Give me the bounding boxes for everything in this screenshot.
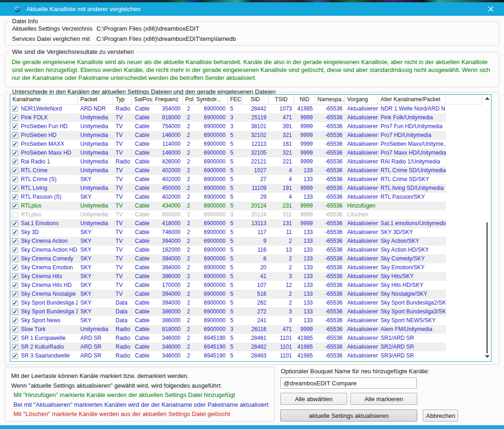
row-checkbox-checked[interactable]: ✓ bbox=[12, 273, 18, 280]
scroll-up-icon[interactable] bbox=[485, 97, 490, 100]
cell-spacer bbox=[446, 290, 482, 299]
column-header-nid[interactable]: NID bbox=[294, 95, 315, 104]
column-header-tsid[interactable]: TSID bbox=[269, 95, 294, 104]
table-row[interactable]: ✓SR 1 EuropawelleARD SRRadioCable3460002… bbox=[10, 334, 482, 343]
column-header-namespa[interactable]: Namespa... bbox=[315, 95, 345, 104]
table-row[interactable]: ✓RTLplusUnitymediaTVCable434000269000005… bbox=[10, 202, 482, 210]
table-row[interactable]: RTLplusUnitymediaTVCable8500002690000032… bbox=[10, 210, 482, 219]
cell-vorgang: Aktualisieren bbox=[345, 299, 378, 307]
cell-fec: 5 bbox=[228, 307, 242, 316]
row-checkbox-checked[interactable]: ✓ bbox=[12, 124, 18, 130]
row-checkbox-checked[interactable]: ✓ bbox=[12, 141, 18, 147]
row-checkbox-checked[interactable]: ✓ bbox=[12, 115, 18, 121]
cell-fec: 5 bbox=[228, 104, 242, 113]
table-row[interactable]: ✓SR 2 KulturRadioARD SRRadioCable3460002… bbox=[10, 343, 482, 351]
cell-tsid: 11 bbox=[269, 228, 294, 237]
row-checkbox-checked[interactable]: ✓ bbox=[12, 282, 18, 288]
cell-vorgang: Aktualisieren bbox=[345, 131, 378, 140]
column-header-frequenz[interactable]: Frequenz bbox=[153, 95, 183, 104]
scrollbar-thumb[interactable] bbox=[486, 222, 488, 353]
row-checkbox-checked[interactable]: ✓ bbox=[12, 335, 18, 341]
row-checkbox-checked[interactable]: ✓ bbox=[12, 265, 18, 271]
row-checkbox-checked[interactable]: ✓ bbox=[12, 238, 18, 244]
table-row[interactable]: ✓Sky Sport Bundesliga 2SKYDataCable39400… bbox=[10, 299, 482, 307]
deselect-all-button[interactable]: Alle abwählen bbox=[280, 393, 347, 405]
row-checkbox-checked[interactable]: ✓ bbox=[12, 318, 18, 324]
row-checkbox-checked[interactable]: ✓ bbox=[12, 344, 18, 350]
table-scrollbar[interactable] bbox=[483, 95, 491, 360]
apply-settings-button[interactable]: aktuelle Settings aktualisieren bbox=[280, 410, 417, 422]
table-row[interactable]: ✓RTL LivingUnitymediaTVCable450000269000… bbox=[10, 184, 482, 193]
row-checkbox-checked[interactable]: ✓ bbox=[12, 256, 18, 262]
column-header-spacer[interactable] bbox=[446, 95, 482, 104]
cancel-button[interactable]: Abbrechen bbox=[423, 410, 458, 422]
table-row[interactable]: ✓Sky Cinema Hits HDSKYTVCable17000026900… bbox=[10, 281, 482, 290]
cell-typ: TV bbox=[113, 140, 132, 149]
select-all-button[interactable]: Alle markieren bbox=[350, 393, 417, 405]
row-checkbox-checked[interactable]: ✓ bbox=[12, 168, 18, 174]
column-header-pol[interactable]: Pol bbox=[183, 95, 194, 104]
row-checkbox-checked[interactable]: ✓ bbox=[12, 132, 18, 138]
cell-packet: Unitymedia bbox=[78, 131, 113, 140]
table-row[interactable]: ✓Sky Cinema ActionSKYTVCable394000269000… bbox=[10, 237, 482, 246]
cell-sr: 6945190 bbox=[194, 351, 228, 360]
row-checkbox-checked[interactable]: ✓ bbox=[12, 326, 18, 332]
table-row[interactable]: ✓SR 3 SaarlandwelleARD SRRadioCable34600… bbox=[10, 351, 482, 360]
column-header-alterkanalnamepacket[interactable]: Alter Kanalname/Packet bbox=[378, 95, 446, 104]
table-row[interactable]: ✓Sky Cinema ComedySKYTVCable394000269000… bbox=[10, 254, 482, 263]
bouquet-name-input[interactable] bbox=[280, 377, 417, 389]
row-checkbox-checked[interactable]: ✓ bbox=[12, 150, 18, 156]
column-header-typ[interactable]: Typ bbox=[113, 95, 132, 104]
table-row[interactable]: ✓Pink FOLKUnitymediaTVCable8180002690000… bbox=[10, 113, 482, 122]
column-header-kanalname[interactable]: Kanalname bbox=[10, 95, 78, 104]
table-row[interactable]: ✓Sky 3DSKYTVCable74600026900000511711133… bbox=[10, 228, 482, 237]
table-row[interactable]: ✓RTL CrimeUnitymediaTVCable4020002690000… bbox=[10, 166, 482, 175]
row-checkbox-checked[interactable]: ✓ bbox=[12, 203, 18, 209]
row-checkbox-checked[interactable]: ✓ bbox=[12, 159, 18, 165]
row-checkbox-checked[interactable]: ✓ bbox=[12, 353, 18, 359]
table-row[interactable]: ✓RTL Passion (S)SKYTVCable40200026900000… bbox=[10, 193, 482, 202]
cell-vorgang: Aktualisieren bbox=[345, 351, 378, 360]
table-row[interactable]: ✓Slow TürkUnitymediaRadioCable8180002690… bbox=[10, 325, 482, 334]
row-checkbox-unchecked[interactable] bbox=[12, 212, 18, 218]
table-row[interactable]: ✓Sat.1 EmotionsUnitymediaTVCable41800026… bbox=[10, 219, 482, 228]
table-row[interactable]: ✓Rai Radio 1UnitymediaRadioCable42600026… bbox=[10, 157, 482, 166]
row-checkbox-checked[interactable]: ✓ bbox=[12, 309, 18, 315]
row-checkbox-checked[interactable]: ✓ bbox=[12, 221, 18, 227]
column-header-satpos[interactable]: SatPos bbox=[132, 95, 153, 104]
column-header-sid[interactable]: SID bbox=[242, 95, 269, 104]
row-checkbox-checked[interactable]: ✓ bbox=[12, 194, 18, 200]
table-row[interactable]: ✓Sky Cinema EmotionSKYTVCable39400026900… bbox=[10, 263, 482, 272]
row-checkbox-checked[interactable]: ✓ bbox=[12, 247, 18, 253]
table-row[interactable]: ✓ProSieben Fun HDUnitymediaTVCable754000… bbox=[10, 122, 482, 131]
table-row[interactable]: ✓Sky Cinema Action HDSKYTVCable162000269… bbox=[10, 246, 482, 254]
column-header-packet[interactable]: Packet bbox=[78, 95, 113, 104]
table-row[interactable]: ✓Sky Cinema HitsSKYTVCable38600026900000… bbox=[10, 272, 482, 281]
row-checkbox-checked[interactable]: ✓ bbox=[12, 229, 18, 235]
row-checkbox-checked[interactable]: ✓ bbox=[12, 106, 18, 112]
row-checkbox-checked[interactable]: ✓ bbox=[12, 300, 18, 306]
table-row[interactable]: ✓ProSieben Maxx HDUnitymediaTVCable14600… bbox=[10, 149, 482, 157]
table-row[interactable]: ✓Sky Sport Bundesliga 3SKYDataCable38600… bbox=[10, 307, 482, 316]
cell-freq: 394000 bbox=[153, 263, 183, 272]
table-row[interactable]: ✓RTL Crime (S)SKYTVCable4020002690000052… bbox=[10, 175, 482, 184]
table-row[interactable]: ✓Sky Cinema NostalgieSKYTVCable394000269… bbox=[10, 290, 482, 299]
column-header-fec[interactable]: FEC bbox=[228, 95, 242, 104]
column-header-symbolr[interactable]: Symbolr... bbox=[194, 95, 228, 104]
row-checkbox-checked[interactable]: ✓ bbox=[12, 176, 18, 182]
table-row[interactable]: ✓Sky Sport NewsSKYDataCable3860002690000… bbox=[10, 316, 482, 325]
table-row[interactable]: ✓ProSieben MAXXUnitymediaTVCable11400026… bbox=[10, 140, 482, 149]
title-bar[interactable]: Aktuelle Kanalliste mit anderer vergleic… bbox=[0, 2, 504, 16]
scroll-down-icon[interactable] bbox=[485, 355, 490, 358]
column-header-vorgang[interactable]: Vorgang bbox=[345, 95, 378, 104]
table-row[interactable]: ✓NDR1WelleNordARD NDRRadioCable354000269… bbox=[10, 104, 482, 113]
table-row[interactable]: ✓ProSieben HDUnitymediaTVCable1460002690… bbox=[10, 131, 482, 140]
settings-dir-value: C:\Program Files (x86)\dreamboxEDIT bbox=[97, 25, 200, 32]
cell-kanalname: ✓Sky Sport News bbox=[10, 316, 78, 325]
cell-vorgang: Aktualisieren bbox=[345, 193, 378, 202]
row-checkbox-checked[interactable]: ✓ bbox=[12, 185, 18, 191]
cell-nid: 9999 bbox=[294, 122, 315, 131]
cell-packet: ARD SR bbox=[78, 334, 113, 343]
row-checkbox-checked[interactable]: ✓ bbox=[12, 291, 18, 297]
close-button[interactable] bbox=[484, 2, 498, 16]
